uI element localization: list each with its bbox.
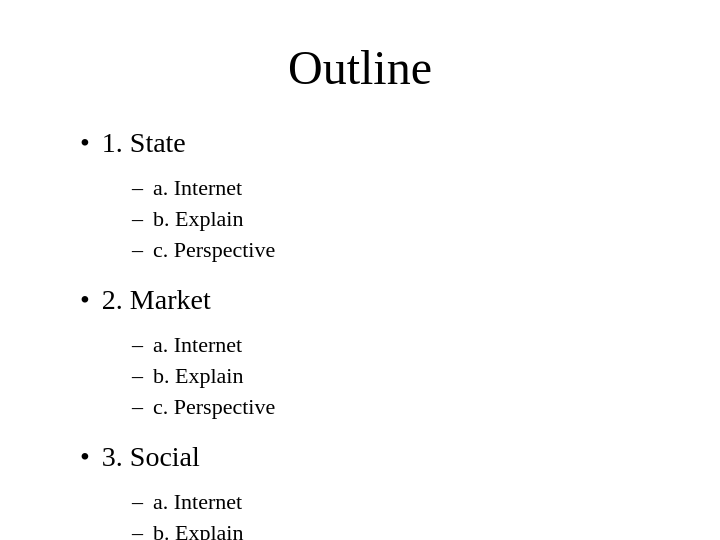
section-1-label: 1. State [102,125,186,161]
sub-label-1c: c. Perspective [153,235,275,266]
slide: Outline • 1. State – a. Internet – b. Ex… [0,0,720,540]
dash-2a: – [132,330,143,361]
dash-3a: – [132,487,143,518]
dash-1b: – [132,204,143,235]
dash-3b: – [132,518,143,540]
sub-label-1b: b. Explain [153,204,243,235]
sub-item-2a: – a. Internet [132,330,660,361]
slide-title: Outline [60,40,660,95]
sub-item-2b: – b. Explain [132,361,660,392]
bullet-1: • [80,125,90,161]
section-3-subitems: – a. Internet – b. Explain – c. Perspect… [80,487,660,540]
bullet-2: • [80,282,90,318]
sub-item-2c: – c. Perspective [132,392,660,423]
section-2-item: • 2. Market [80,282,660,318]
sub-label-2a: a. Internet [153,330,242,361]
dash-2c: – [132,392,143,423]
sub-item-1a: – a. Internet [132,173,660,204]
sub-label-2b: b. Explain [153,361,243,392]
bullet-3: • [80,439,90,475]
section-2-subitems: – a. Internet – b. Explain – c. Perspect… [80,330,660,422]
sub-item-1b: – b. Explain [132,204,660,235]
section-1-item: • 1. State [80,125,660,161]
sub-item-3b: – b. Explain [132,518,660,540]
dash-1a: – [132,173,143,204]
dash-1c: – [132,235,143,266]
outline-content: • 1. State – a. Internet – b. Explain – … [60,125,660,540]
section-2-label: 2. Market [102,282,211,318]
section-3-label: 3. Social [102,439,200,475]
sub-item-3a: – a. Internet [132,487,660,518]
sub-label-3a: a. Internet [153,487,242,518]
section-1-subitems: – a. Internet – b. Explain – c. Perspect… [80,173,660,265]
sub-label-2c: c. Perspective [153,392,275,423]
sub-label-3b: b. Explain [153,518,243,540]
dash-2b: – [132,361,143,392]
sub-label-1a: a. Internet [153,173,242,204]
section-3-item: • 3. Social [80,439,660,475]
sub-item-1c: – c. Perspective [132,235,660,266]
